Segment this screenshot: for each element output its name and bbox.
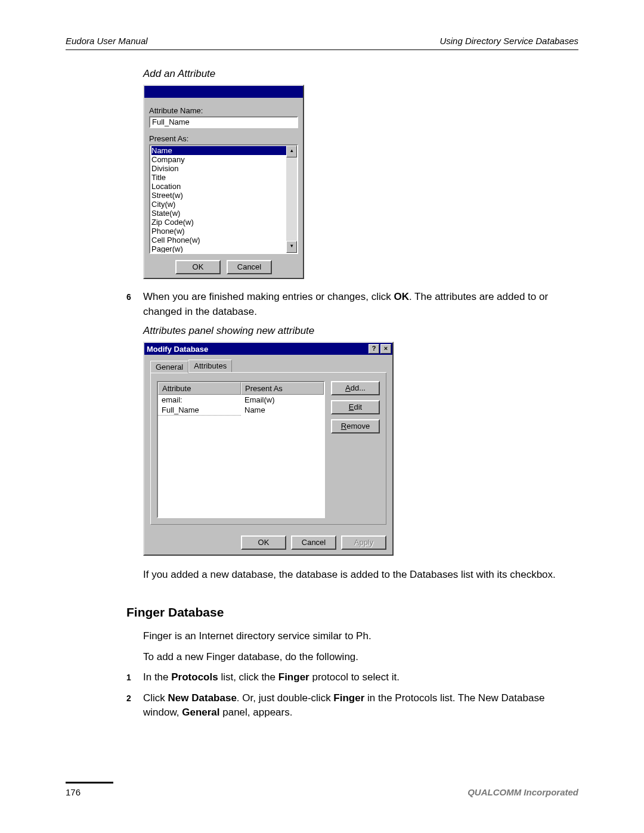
tab-general[interactable]: General bbox=[150, 361, 188, 373]
list-item[interactable]: Cell Phone(w) bbox=[151, 236, 286, 244]
paragraph: If you added a new database, the databas… bbox=[143, 568, 578, 583]
caption-attributes-panel: Attributes panel showing new attribute bbox=[143, 325, 578, 337]
list-item[interactable]: Street(w) bbox=[151, 191, 286, 200]
scroll-up-icon[interactable]: ▴ bbox=[286, 145, 297, 157]
col-attribute[interactable]: Attribute bbox=[158, 382, 241, 395]
list-item[interactable]: State(w) bbox=[151, 209, 286, 218]
list-item[interactable]: City(w) bbox=[151, 200, 286, 209]
ok-button[interactable]: OK bbox=[241, 535, 286, 550]
add-attribute-dialog: Attribute Name: Full_Name Present As: Na… bbox=[143, 85, 304, 279]
present-as-listbox[interactable]: Name Company Division Title Location Str… bbox=[149, 144, 298, 254]
caption-add-attribute: Add an Attribute bbox=[143, 68, 578, 80]
scrollbar[interactable]: ▴ ▾ bbox=[286, 145, 297, 253]
attribute-name-input[interactable]: Full_Name bbox=[149, 116, 298, 128]
cancel-button[interactable]: Cancel bbox=[291, 535, 336, 550]
table-row[interactable]: email: Email(w) bbox=[158, 395, 324, 405]
col-present-as[interactable]: Present As bbox=[241, 382, 324, 395]
tab-attributes[interactable]: Attributes bbox=[188, 360, 232, 372]
modify-database-dialog: Modify Database ? × General Attributes A… bbox=[143, 342, 394, 556]
close-icon[interactable]: × bbox=[380, 344, 391, 354]
list-item[interactable]: Company bbox=[151, 155, 286, 164]
header-left: Eudora User Manual bbox=[66, 36, 148, 46]
table-row[interactable]: Full_Name Name bbox=[158, 405, 324, 416]
list-item[interactable]: Division bbox=[151, 164, 286, 173]
list-item[interactable]: Pager(w) bbox=[151, 244, 286, 253]
list-item[interactable]: Name bbox=[151, 146, 286, 155]
page-footer: 176 QUALCOMM Incorporated bbox=[66, 782, 578, 797]
ok-button[interactable]: OK bbox=[175, 260, 221, 274]
scroll-track[interactable] bbox=[286, 157, 297, 241]
attributes-list[interactable]: Attribute Present As email: Email(w) Ful… bbox=[157, 381, 325, 518]
step-6: 6 When you are finished making entries o… bbox=[143, 290, 578, 319]
header-right: Using Directory Service Databases bbox=[439, 36, 578, 46]
dialog-title: Modify Database bbox=[147, 345, 208, 354]
apply-button[interactable]: Apply bbox=[341, 535, 386, 550]
page-number: 176 bbox=[66, 787, 80, 797]
tab-strip: General Attributes bbox=[150, 360, 386, 373]
footer-corp: QUALCOMM Incorporated bbox=[467, 787, 578, 797]
edit-button[interactable]: Edit bbox=[331, 400, 380, 414]
step-1: 1 In the Protocols list, click the Finge… bbox=[143, 670, 578, 685]
help-icon[interactable]: ? bbox=[369, 344, 379, 354]
list-item[interactable]: Zip Code(w) bbox=[151, 218, 286, 227]
dialog-titlebar bbox=[144, 86, 303, 98]
step-2: 2 Click New Database. Or, just double-cl… bbox=[143, 691, 578, 720]
attribute-name-label: Attribute Name: bbox=[149, 106, 298, 115]
list-item[interactable]: Phone(w) bbox=[151, 227, 286, 236]
present-as-label: Present As: bbox=[149, 134, 298, 143]
scroll-down-icon[interactable]: ▾ bbox=[286, 241, 297, 253]
add-button[interactable]: Add... bbox=[331, 381, 380, 395]
paragraph: Finger is an Internet directory service … bbox=[143, 629, 578, 644]
page-header: Eudora User Manual Using Directory Servi… bbox=[66, 36, 578, 50]
paragraph: To add a new Finger database, do the fol… bbox=[143, 650, 578, 665]
section-heading-finger: Finger Database bbox=[126, 605, 578, 620]
cancel-button[interactable]: Cancel bbox=[227, 260, 272, 274]
list-item[interactable]: Title bbox=[151, 173, 286, 182]
list-item[interactable]: Location bbox=[151, 182, 286, 191]
remove-button[interactable]: Remove bbox=[331, 419, 380, 433]
dialog-titlebar: Modify Database ? × bbox=[144, 343, 392, 355]
